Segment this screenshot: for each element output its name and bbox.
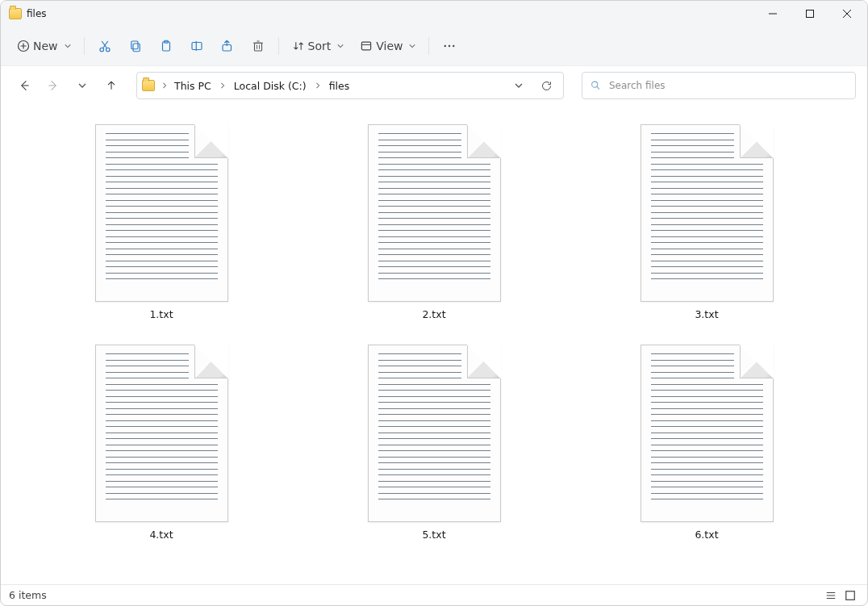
toolbar: New Sort View [1,27,867,65]
forward-button[interactable] [41,73,65,98]
sort-label: Sort [308,40,332,52]
file-item[interactable]: 4.txt [95,345,228,541]
text-file-icon [95,124,228,302]
text-file-icon [641,345,774,522]
breadcrumb[interactable]: files [326,78,353,94]
details-view-button[interactable] [822,587,840,604]
svg-rect-18 [254,43,261,51]
breadcrumb[interactable]: Local Disk (C:) [231,78,310,94]
paste-button[interactable] [151,31,182,61]
file-item[interactable]: 3.txt [641,124,774,320]
view-label: View [376,40,403,52]
file-item[interactable]: 2.txt [368,124,501,320]
nav-row: This PC Local Disk (C:) files [1,66,867,105]
history-dropdown-button[interactable] [507,73,531,98]
svg-point-30 [592,81,598,87]
sort-button[interactable]: Sort [284,31,353,61]
new-button[interactable]: New [9,31,79,61]
file-grid[interactable]: 1.txt2.txt3.txt4.txt5.txt6.txt [1,105,867,584]
item-count: 6 items [9,589,47,601]
folder-icon [142,80,155,91]
chevron-right-icon [161,82,168,89]
up-button[interactable] [99,73,123,98]
thumbnails-view-button[interactable] [841,587,859,604]
text-file-icon [368,124,501,302]
file-item[interactable]: 1.txt [95,124,228,320]
file-name: 6.txt [695,529,718,541]
new-label: New [33,40,58,52]
file-name: 3.txt [695,308,718,320]
file-item[interactable]: 6.txt [641,345,774,541]
chevron-down-icon [409,43,415,49]
address-bar[interactable]: This PC Local Disk (C:) files [136,72,564,99]
share-button[interactable] [212,31,243,61]
chevron-down-icon [65,43,71,49]
status-bar: 6 items [1,584,867,605]
svg-rect-11 [133,44,140,52]
text-file-icon [641,124,774,302]
search-input[interactable] [609,80,847,91]
svg-line-9 [102,41,107,48]
back-button[interactable] [12,73,36,98]
chevron-right-icon [218,82,227,89]
file-item[interactable]: 5.txt [368,345,501,541]
titlebar: files [1,1,867,27]
window-title: files [27,8,754,19]
close-button[interactable] [828,1,866,27]
text-file-icon [368,345,501,522]
svg-point-27 [453,45,455,47]
breadcrumb[interactable]: This PC [171,78,215,94]
chevron-down-icon [337,43,344,49]
folder-icon [9,8,22,19]
copy-button[interactable] [120,31,151,61]
more-button[interactable] [434,31,465,61]
minimize-button[interactable] [754,1,791,27]
svg-rect-1 [807,10,814,18]
chevron-right-icon [313,82,323,89]
text-file-icon [95,345,228,522]
delete-button[interactable] [243,31,273,61]
file-name: 2.txt [422,308,445,320]
maximize-button[interactable] [791,1,828,27]
svg-point-26 [449,45,450,47]
refresh-button[interactable] [534,73,558,98]
svg-rect-15 [192,43,202,50]
svg-point-25 [444,45,446,47]
svg-rect-23 [362,42,371,50]
svg-line-31 [597,86,599,89]
file-name: 1.txt [149,308,173,320]
svg-line-10 [102,41,106,48]
view-button[interactable]: View [352,31,424,61]
recent-button[interactable] [70,73,94,98]
search-box[interactable] [582,72,856,99]
file-name: 5.txt [422,529,445,541]
svg-rect-12 [131,41,137,49]
search-icon [590,80,601,91]
svg-rect-35 [846,591,855,600]
file-name: 4.txt [149,529,173,541]
cut-button[interactable] [90,31,120,61]
rename-button[interactable] [182,31,212,61]
